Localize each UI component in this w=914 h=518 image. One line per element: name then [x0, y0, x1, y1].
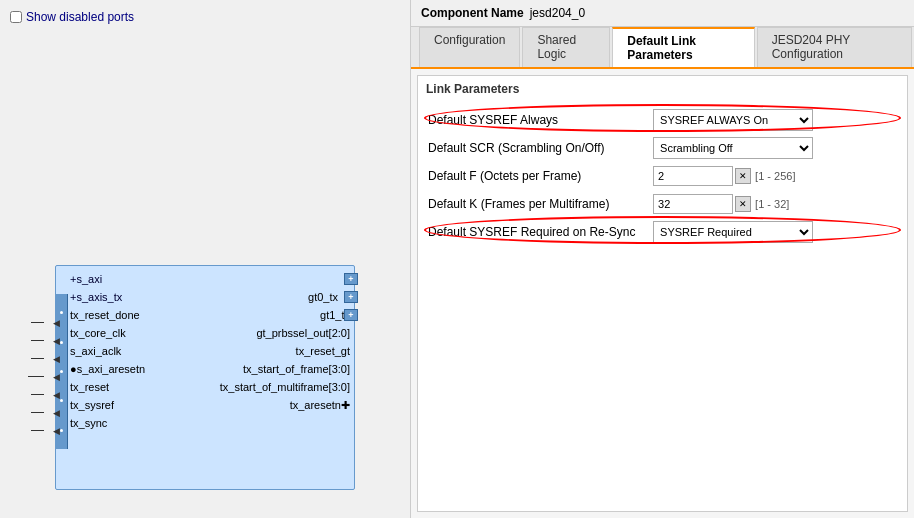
- show-disabled-checkbox[interactable]: [10, 11, 22, 23]
- wire-tx_sync: [31, 430, 44, 431]
- port-row-tx_sysref: tx_sysref tx_aresetn✚: [70, 396, 350, 414]
- port-row-s_axi: +s_axi +: [70, 270, 350, 288]
- port-s_axi-label: +s_axi: [70, 273, 102, 285]
- port-gt_prbssel: gt_prbssel_out[2:0]: [256, 327, 350, 339]
- tab-jesd204-phy[interactable]: JESD204 PHY Configuration: [757, 27, 912, 67]
- param-f-clear[interactable]: ✕: [735, 168, 751, 184]
- param-select-sysref-resync[interactable]: SYSREF Required SYSREF Not Required: [653, 221, 813, 243]
- port-tx_start_of_frame: tx_start_of_frame[3:0]: [243, 363, 350, 375]
- port-tx_aresetn: tx_aresetn✚: [290, 399, 350, 412]
- param-row-k: Default K (Frames per Multiframe) ✕ [1 -…: [418, 190, 907, 218]
- show-disabled-row[interactable]: Show disabled ports: [10, 10, 400, 24]
- port-tx_reset_done: tx_reset_done: [70, 309, 140, 321]
- param-row-scr: Default SCR (Scrambling On/Off) Scrambli…: [418, 134, 907, 162]
- arrow-tx_reset: ◀: [53, 390, 60, 400]
- param-input-f[interactable]: [653, 166, 733, 186]
- wire-tx_reset_done: [31, 322, 44, 323]
- port-tx_start_of_multiframe: tx_start_of_multiframe[3:0]: [220, 381, 350, 393]
- tab-default-link[interactable]: Default Link Parameters: [612, 27, 754, 67]
- port-tx_sync: tx_sync: [70, 417, 107, 429]
- right-panel: Component Name jesd204_0 Configuration S…: [410, 0, 914, 518]
- arrow-aresetn: ◀: [53, 372, 60, 382]
- component-name-bar: Component Name jesd204_0: [411, 0, 914, 27]
- wire-tx_core_clk: [31, 340, 44, 341]
- wire-tx_sysref: [31, 412, 44, 413]
- param-label-sysref-always: Default SYSREF Always: [428, 113, 653, 127]
- port-tx_reset_gt: tx_reset_gt: [296, 345, 350, 357]
- param-label-k: Default K (Frames per Multiframe): [428, 197, 653, 211]
- arrow-tx_sysref: ◀: [53, 408, 60, 418]
- param-label-scr: Default SCR (Scrambling On/Off): [428, 141, 653, 155]
- component-name-label: Component Name: [421, 6, 524, 20]
- arrow-tx_reset_done: ◀: [53, 318, 60, 328]
- param-k-clear[interactable]: ✕: [735, 196, 751, 212]
- port-tx_core_clk: tx_core_clk: [70, 327, 126, 339]
- left-panel: Show disabled ports +s_axi + +s_: [0, 0, 410, 518]
- component-name-value: jesd204_0: [530, 6, 585, 20]
- wire-tx_reset: [31, 394, 44, 395]
- param-range-k: [1 - 32]: [755, 198, 789, 210]
- port-s_axis_tx-label: +s_axis_tx: [70, 291, 122, 303]
- port-s_axi_aclk: s_axi_aclk: [70, 345, 121, 357]
- param-input-k[interactable]: [653, 194, 733, 214]
- param-row-f: Default F (Octets per Frame) ✕ [1 - 256]: [418, 162, 907, 190]
- component-block: +s_axi + +s_axis_tx + gt0_tx tx_reset_do…: [55, 265, 355, 490]
- ports-container: +s_axi + +s_axis_tx + gt0_tx tx_reset_do…: [70, 270, 350, 485]
- tab-configuration[interactable]: Configuration: [419, 27, 520, 67]
- port-tx_sysref: tx_sysref: [70, 399, 114, 411]
- port-row-tx_sync: tx_sync: [70, 414, 350, 432]
- arrow-s_axi_aclk: ◀: [53, 354, 60, 364]
- param-row-sysref-always: Default SYSREF Always SYSREF ALWAYS On S…: [418, 106, 907, 134]
- port-gt1-connector[interactable]: +: [344, 309, 358, 321]
- port-row-s_axis_tx: +s_axis_tx + gt0_tx: [70, 288, 350, 306]
- wire-aresetn: [28, 376, 44, 377]
- tabs-bar: Configuration Shared Logic Default Link …: [411, 27, 914, 69]
- params-container: Default SYSREF Always SYSREF ALWAYS On S…: [418, 102, 907, 250]
- param-select-scr[interactable]: Scrambling Off Scrambling On: [653, 137, 813, 159]
- param-label-f: Default F (Octets per Frame): [428, 169, 653, 183]
- tab-shared-logic[interactable]: Shared Logic: [522, 27, 610, 67]
- arrow-tx_core_clk: ◀: [53, 336, 60, 346]
- param-range-f: [1 - 256]: [755, 170, 795, 182]
- wire-s_axi_aclk: [31, 358, 44, 359]
- param-row-sysref-resync: Default SYSREF Required on Re-Sync SYSRE…: [418, 218, 907, 246]
- port-s_axi-connector[interactable]: +: [344, 272, 358, 286]
- port-row-tx_reset_done: tx_reset_done gt1_tx +: [70, 306, 350, 324]
- port-row-tx_reset: tx_reset tx_start_of_multiframe[3:0]: [70, 378, 350, 396]
- port-s_axis_tx-connector-right[interactable]: +: [344, 290, 358, 304]
- show-disabled-label: Show disabled ports: [26, 10, 134, 24]
- arrow-tx_sync: ◀: [53, 426, 60, 436]
- port-row-tx_core_clk: tx_core_clk gt_prbssel_out[2:0]: [70, 324, 350, 342]
- content-area: Link Parameters Default SYSREF Always SY…: [417, 75, 908, 512]
- port-row-s_axi_aresetn: ●s_axi_aresetn tx_start_of_frame[3:0]: [70, 360, 350, 378]
- port-gt0_tx-label: gt0_tx: [308, 291, 338, 303]
- port-s_axi_aresetn: ●s_axi_aresetn: [70, 363, 145, 375]
- param-label-sysref-resync: Default SYSREF Required on Re-Sync: [428, 225, 653, 239]
- section-title: Link Parameters: [418, 76, 907, 102]
- port-tx_reset: tx_reset: [70, 381, 109, 393]
- param-select-sysref-always[interactable]: SYSREF ALWAYS On SYSREF ALWAYS Off: [653, 109, 813, 131]
- port-row-s_axi_aclk: s_axi_aclk tx_reset_gt: [70, 342, 350, 360]
